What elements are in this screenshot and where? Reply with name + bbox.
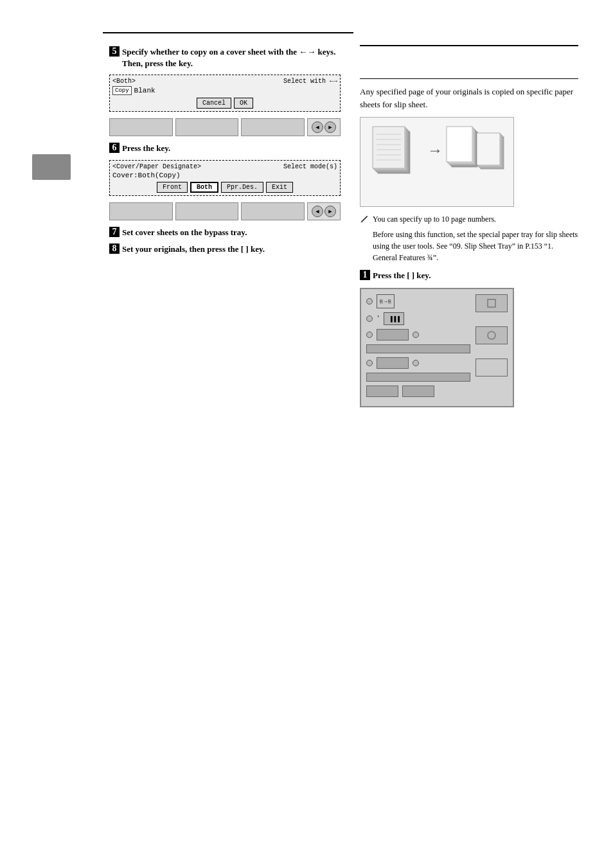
machine-row-7 <box>366 385 470 397</box>
machine-circle-6 <box>413 360 419 366</box>
svg-text:→: → <box>427 141 443 159</box>
svg-rect-22 <box>488 300 495 306</box>
step-6-pprdes-btn[interactable]: Ppr.Des. <box>221 182 263 193</box>
nav-block-5 <box>175 202 239 220</box>
nav-block-2 <box>175 118 239 136</box>
step-8-number: 8 <box>109 244 120 254</box>
step-6-both-btn[interactable]: Both <box>190 182 218 193</box>
machine-row-5 <box>366 357 470 369</box>
step-6-number: 6 <box>109 143 120 153</box>
step-6-front-btn[interactable]: Front <box>157 182 188 193</box>
nav-block-6 <box>241 202 305 220</box>
machine-row-3 <box>366 329 470 341</box>
pencil-icon <box>360 215 369 224</box>
machine-label-1: ' <box>377 315 380 322</box>
right-step-1-row: 1 Press the [ ] key. <box>360 270 578 281</box>
step-6-text: Press the key. <box>122 143 341 154</box>
nav-block-4 <box>109 202 173 220</box>
slip-sheet-illustration: → <box>360 117 514 207</box>
machine-panel-inner: ⎘→⎘ ' ▐▐▐ <box>366 294 508 401</box>
machine-rect-sm-1 <box>377 329 409 341</box>
step-5-panel: <Both> Select with ←→ Copy Blank Cancel … <box>109 75 341 112</box>
note-text-container: You can specify up to 10 page numbers. B… <box>373 213 578 263</box>
svg-point-24 <box>488 332 495 339</box>
step-7-row: 7 Set cover sheets on the bypass tray. <box>109 227 341 238</box>
sidebar-gray-box <box>32 154 71 180</box>
step-6-panel-title: <Cover/Paper Designate> Select mode(s) <box>112 163 337 170</box>
step-6-panel-title-right: Select mode(s) <box>283 163 337 170</box>
step-6-panel-row1: Cover:Both(Copy) <box>112 172 337 179</box>
right-intro-text: Any specified page of your originals is … <box>360 85 578 111</box>
svg-rect-4 <box>373 127 405 168</box>
machine-circle-5 <box>366 360 373 366</box>
step-5-text: Specify whether to copy on a cover sheet… <box>122 46 341 69</box>
right-section-title-area <box>360 54 578 73</box>
svg-rect-20 <box>477 133 500 165</box>
nav-arrows-1[interactable]: ◄ ► <box>307 118 341 136</box>
machine-icon-area: ⎘→⎘ <box>377 294 395 308</box>
step-6-nav-bar: ◄ ► <box>109 202 341 220</box>
step-8-text: Set your originals, then press the [ ] k… <box>122 244 341 255</box>
machine-circle-3 <box>366 332 373 338</box>
machine-row-4 <box>366 344 470 353</box>
machine-left-controls: ⎘→⎘ ' ▐▐▐ <box>366 294 470 401</box>
left-content-column: 5 Specify whether to copy on a cover she… <box>103 32 353 842</box>
step-7-number: 7 <box>109 227 120 237</box>
left-sidebar <box>0 26 103 842</box>
machine-rect-sm-3 <box>366 385 398 397</box>
machine-btn-icon-2 <box>485 329 498 342</box>
machine-btn-3[interactable] <box>475 359 508 376</box>
step-6-row: 6 Press the key. <box>109 143 341 154</box>
step-5-panel-row1: Copy Blank <box>112 86 337 95</box>
left-arrow-icon-2[interactable]: ◄ <box>312 206 323 217</box>
machine-btn-1[interactable] <box>475 294 508 312</box>
slip-sheet-svg: → <box>366 123 508 200</box>
nav-block-3 <box>241 118 305 136</box>
nav-arrows-2[interactable]: ◄ ► <box>307 202 341 220</box>
step-8-row: 8 Set your originals, then press the [ ]… <box>109 244 341 255</box>
machine-circle-4 <box>413 332 419 338</box>
step-6-panel-buttons: Front Both Ppr.Des. Exit <box>112 182 337 193</box>
note-text-1: You can specify up to 10 page numbers. <box>373 213 578 225</box>
right-content-column: Any specified page of your originals is … <box>353 26 591 842</box>
machine-btn-icon-1 <box>485 297 498 310</box>
right-step-1-text: Press the [ ] key. <box>373 270 578 281</box>
copy-icon: ⎘→⎘ <box>377 294 395 308</box>
right-arrow-icon-2[interactable]: ► <box>324 206 336 217</box>
left-arrow-icon[interactable]: ◄ <box>312 121 323 133</box>
right-step-1-number: 1 <box>360 270 370 280</box>
step-5-panel-title-right: Select with ←→ <box>283 78 337 85</box>
machine-doc-icon: ▐▐▐ <box>384 312 404 325</box>
step-6-cover-label: Cover:Both(Copy) <box>112 172 181 179</box>
right-arrow-icon[interactable]: ► <box>324 121 336 133</box>
note-section: You can specify up to 10 page numbers. B… <box>360 213 578 263</box>
right-mid-divider <box>360 78 578 79</box>
step-5-copy-label: Copy <box>112 86 132 95</box>
svg-rect-16 <box>447 127 472 162</box>
machine-circle-2 <box>366 315 373 322</box>
machine-row-1: ⎘→⎘ <box>366 294 470 308</box>
nav-block-1 <box>109 118 173 136</box>
step-6-panel-title-left: <Cover/Paper Designate> <box>112 163 201 170</box>
machine-row-6 <box>366 373 470 382</box>
step-5-blank-label: Blank <box>134 87 155 94</box>
machine-rect-2 <box>366 373 470 382</box>
machine-rect-sm-4 <box>402 385 434 397</box>
machine-btn-2[interactable] <box>475 326 508 344</box>
right-top-divider <box>360 45 578 46</box>
machine-circle-1 <box>366 298 373 305</box>
step-5-row: 5 Specify whether to copy on a cover she… <box>109 46 341 69</box>
machine-row-2: ' ▐▐▐ <box>366 312 470 325</box>
note-text-2: Before using this function, set the spec… <box>373 229 578 263</box>
step-5-panel-buttons: Cancel OK <box>112 98 337 109</box>
machine-rect-1 <box>366 344 470 353</box>
step-5-number: 5 <box>109 46 120 57</box>
step-7-text: Set cover sheets on the bypass tray. <box>122 227 341 238</box>
step-5-panel-title-left: <Both> <box>112 78 136 85</box>
machine-rect-sm-2 <box>377 357 409 369</box>
step-5-cancel-btn[interactable]: Cancel <box>197 98 231 109</box>
machine-panel: ⎘→⎘ ' ▐▐▐ <box>360 288 514 407</box>
step-6-panel: <Cover/Paper Designate> Select mode(s) C… <box>109 160 341 196</box>
step-6-exit-btn[interactable]: Exit <box>266 182 293 193</box>
step-5-ok-btn[interactable]: OK <box>234 98 253 109</box>
